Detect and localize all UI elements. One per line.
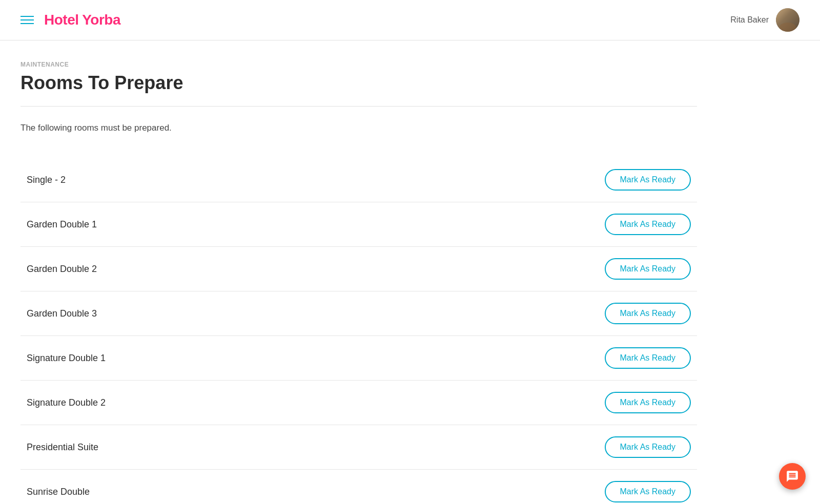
room-name: Garden Double 2 <box>27 264 97 275</box>
main-content: MAINTENANCE Rooms To Prepare The followi… <box>0 40 717 504</box>
avatar[interactable] <box>776 8 799 32</box>
table-row: Sunrise DoubleMark As Ready <box>20 470 697 504</box>
mark-as-ready-button[interactable]: Mark As Ready <box>605 436 691 458</box>
mark-as-ready-button[interactable]: Mark As Ready <box>605 303 691 324</box>
chat-icon <box>786 470 799 483</box>
room-name: Single - 2 <box>27 175 66 185</box>
page-title: Rooms To Prepare <box>20 72 697 94</box>
room-name: Presidential Suite <box>27 442 98 453</box>
room-name: Garden Double 3 <box>27 308 97 319</box>
chat-button[interactable] <box>779 463 806 490</box>
table-row: Garden Double 3Mark As Ready <box>20 291 697 336</box>
mark-as-ready-button[interactable]: Mark As Ready <box>605 347 691 369</box>
header-right: Rita Baker <box>730 8 799 32</box>
room-list: Single - 2Mark As ReadyGarden Double 1Ma… <box>20 158 697 504</box>
header-left: Hotel Yorba <box>20 12 120 28</box>
table-row: Garden Double 1Mark As Ready <box>20 202 697 247</box>
room-name: Signature Double 1 <box>27 353 106 364</box>
table-row: Presidential SuiteMark As Ready <box>20 425 697 470</box>
logo: Hotel Yorba <box>44 12 120 28</box>
mark-as-ready-button[interactable]: Mark As Ready <box>605 258 691 280</box>
mark-as-ready-button[interactable]: Mark As Ready <box>605 481 691 502</box>
table-row: Single - 2Mark As Ready <box>20 158 697 202</box>
avatar-image <box>776 8 799 32</box>
room-name: Sunrise Double <box>27 487 90 497</box>
user-name: Rita Baker <box>730 15 769 25</box>
description: The following rooms must be prepared. <box>20 123 697 133</box>
menu-icon[interactable] <box>20 16 34 24</box>
room-name: Signature Double 2 <box>27 397 106 408</box>
mark-as-ready-button[interactable]: Mark As Ready <box>605 214 691 235</box>
table-row: Garden Double 2Mark As Ready <box>20 247 697 291</box>
header: Hotel Yorba Rita Baker <box>0 0 820 40</box>
table-row: Signature Double 1Mark As Ready <box>20 336 697 381</box>
room-name: Garden Double 1 <box>27 219 97 230</box>
breadcrumb: MAINTENANCE <box>20 61 697 68</box>
mark-as-ready-button[interactable]: Mark As Ready <box>605 169 691 191</box>
section-divider <box>20 106 697 107</box>
mark-as-ready-button[interactable]: Mark As Ready <box>605 392 691 413</box>
table-row: Signature Double 2Mark As Ready <box>20 381 697 425</box>
